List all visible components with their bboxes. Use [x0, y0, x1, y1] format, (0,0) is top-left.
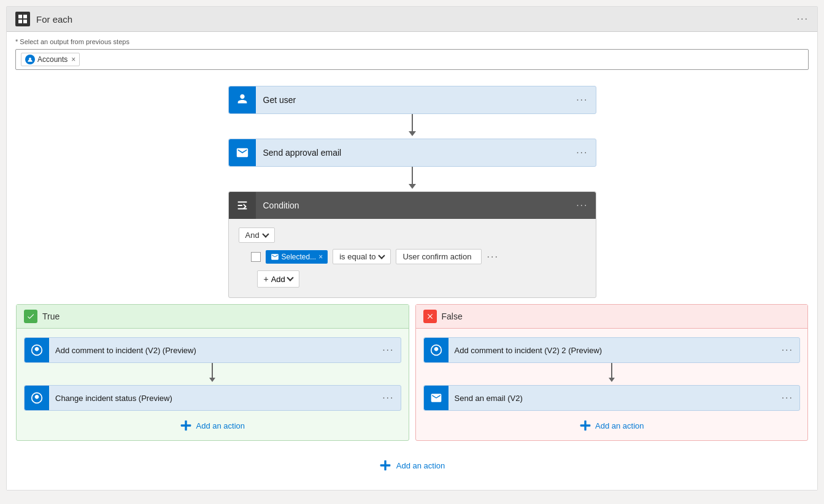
- equals-label: is equal to: [339, 252, 375, 261]
- add-comment-1-label: Add comment to incident (V2) (Preview): [49, 341, 376, 360]
- svg-rect-11: [584, 421, 586, 431]
- get-user-step[interactable]: Get user ···: [228, 86, 596, 114]
- add-chevron-icon: [287, 274, 293, 281]
- send-email-v2-icon: [424, 386, 449, 410]
- add-condition-button[interactable]: + Add: [257, 270, 299, 288]
- false-branch-header: False: [416, 305, 808, 329]
- condition-selected-tag: Selected... ×: [266, 250, 328, 264]
- condition-row-more[interactable]: ···: [487, 251, 498, 262]
- header-title: For each: [36, 14, 72, 25]
- bottom-add-action-icon: [379, 459, 391, 472]
- foreach-label: * Select an output from previous steps: [15, 38, 809, 45]
- true-branch-content: Add comment to incident (V2) (Preview) ·…: [17, 329, 409, 440]
- true-branch: True Add comment to incident (V2) (Previ…: [16, 304, 409, 441]
- add-plus-icon: +: [264, 274, 269, 284]
- foreach-area: * Select an output from previous steps A…: [7, 32, 817, 80]
- send-email-v2-more[interactable]: ···: [776, 388, 799, 408]
- condition-row: Selected... × is equal to User confirm a…: [251, 249, 586, 264]
- send-approval-email-icon: [229, 139, 256, 166]
- branch-arrow-false: [609, 363, 615, 385]
- condition-value-field[interactable]: User confirm action: [396, 249, 482, 264]
- add-comment-2-more[interactable]: ···: [776, 340, 799, 361]
- branches: True Add comment to incident (V2) (Previ…: [7, 304, 817, 447]
- condition-value-text: User confirm action: [402, 252, 471, 261]
- header-more-button[interactable]: ···: [797, 13, 809, 25]
- false-add-action-icon: [579, 419, 591, 432]
- send-approval-email-more[interactable]: ···: [569, 141, 595, 164]
- true-add-action-icon: [180, 419, 192, 432]
- true-add-action-button[interactable]: Add an action: [180, 419, 245, 432]
- condition-checkbox[interactable]: [251, 252, 261, 262]
- header-left: For each: [15, 12, 72, 26]
- arrow-2: [409, 167, 416, 191]
- send-email-v2-step[interactable]: Send an email (V2) ···: [423, 385, 801, 411]
- condition-tag-close[interactable]: ×: [318, 253, 323, 261]
- branch-arrow-true: [209, 363, 215, 385]
- send-approval-email-label: Send approval email: [256, 142, 569, 164]
- true-branch-header: True: [17, 305, 409, 329]
- condition-title: Condition: [256, 194, 569, 216]
- and-chevron-icon: [262, 231, 269, 237]
- send-email-v2-label: Send an email (V2): [449, 389, 776, 408]
- and-label: And: [245, 231, 260, 240]
- flow-canvas: Get user ··· Send approval email ···: [7, 80, 817, 490]
- foreach-input[interactable]: Accounts ×: [15, 49, 809, 70]
- main-container: For each ··· * Select an output from pre…: [6, 6, 818, 491]
- get-user-more[interactable]: ···: [569, 88, 595, 112]
- condition-more[interactable]: ···: [569, 194, 595, 217]
- svg-rect-8: [185, 421, 187, 431]
- accounts-tag-icon: [25, 55, 35, 64]
- add-comment-2-step[interactable]: Add comment to incident (V2) 2 (Preview)…: [423, 337, 801, 363]
- condition-block: Condition ··· And Selected... ×: [228, 191, 596, 298]
- add-comment-1-step[interactable]: Add comment to incident (V2) (Preview) ·…: [24, 337, 401, 363]
- change-incident-label: Change incident status (Preview): [49, 389, 376, 408]
- get-user-icon: [229, 86, 256, 113]
- and-dropdown[interactable]: And: [239, 227, 275, 243]
- add-comment-1-icon: [25, 338, 49, 362]
- condition-header: Condition ···: [229, 192, 596, 219]
- foreach-icon: [15, 12, 30, 26]
- accounts-tag-label: Accounts: [37, 55, 67, 64]
- false-branch: False Add comment to incident (V2) 2 (Pr…: [415, 304, 809, 441]
- condition-equals-dropdown[interactable]: is equal to: [333, 249, 391, 264]
- add-comment-1-more[interactable]: ···: [376, 340, 400, 361]
- accounts-tag: Accounts ×: [21, 53, 80, 66]
- svg-rect-0: [18, 15, 22, 18]
- svg-rect-2: [18, 20, 22, 23]
- accounts-tag-close[interactable]: ×: [71, 55, 75, 64]
- send-approval-email-step[interactable]: Send approval email ···: [228, 139, 596, 167]
- false-add-action-button[interactable]: Add an action: [579, 419, 644, 432]
- true-add-action-label: Add an action: [196, 421, 245, 430]
- get-user-label: Get user: [256, 89, 569, 111]
- equals-chevron-icon: [379, 252, 385, 259]
- header: For each ···: [7, 7, 817, 32]
- svg-rect-13: [384, 460, 386, 471]
- bottom-add-action-label: Add an action: [396, 461, 445, 470]
- condition-selected-label: Selected...: [282, 253, 317, 261]
- arrow-1: [409, 114, 416, 139]
- add-comment-2-icon: [424, 338, 449, 362]
- svg-rect-3: [23, 20, 27, 23]
- add-label: Add: [271, 275, 285, 284]
- false-branch-content: Add comment to incident (V2) 2 (Preview)…: [416, 329, 808, 440]
- change-incident-icon: [25, 386, 49, 410]
- svg-rect-1: [23, 15, 27, 18]
- bottom-add-action-button[interactable]: Add an action: [379, 459, 445, 472]
- true-branch-label: True: [42, 311, 60, 321]
- add-row: + Add: [257, 270, 586, 288]
- change-incident-more[interactable]: ···: [376, 388, 400, 408]
- condition-icon: [229, 192, 256, 219]
- false-add-action-label: Add an action: [595, 421, 644, 430]
- add-comment-2-label: Add comment to incident (V2) 2 (Preview): [449, 341, 776, 360]
- true-badge: [24, 310, 37, 323]
- change-incident-step[interactable]: Change incident status (Preview) ···: [24, 385, 401, 411]
- condition-body: And Selected... × is equal to: [229, 219, 596, 297]
- false-badge: [423, 310, 437, 323]
- false-branch-label: False: [442, 311, 463, 321]
